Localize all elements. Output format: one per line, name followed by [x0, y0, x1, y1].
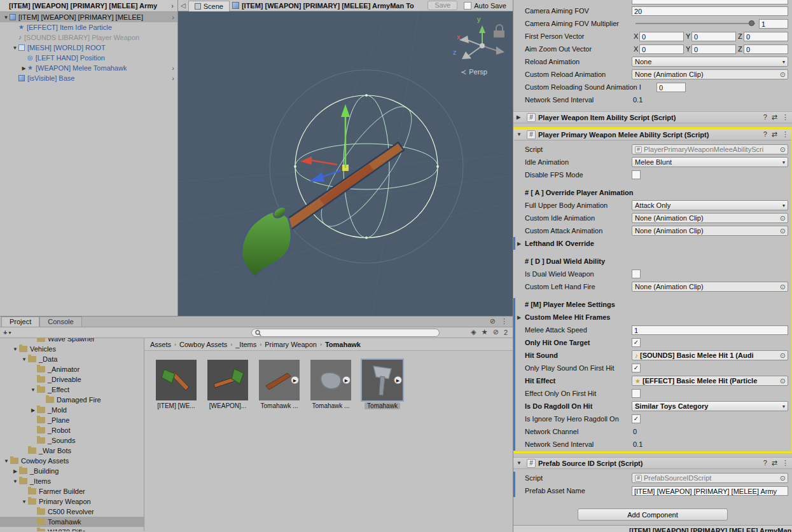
project-folder-item[interactable]: Tomahawk: [0, 517, 144, 527]
asset-thumbnail[interactable]: [207, 360, 248, 400]
favorites-icon[interactable]: ★: [482, 328, 488, 336]
object-picker-icon[interactable]: ⊙: [780, 283, 786, 291]
presets-icon[interactable]: ⇄: [772, 459, 777, 467]
project-folder-item[interactable]: ▼Vehicles: [0, 344, 144, 354]
hierarchy-item[interactable]: ◎[LEFT HAND] Position: [0, 53, 177, 63]
foldout-arrow[interactable]: ▼: [20, 499, 28, 505]
project-folder-item[interactable]: _Animator: [0, 364, 144, 374]
hierarchy-item[interactable]: ♪[SOUNDS LIBRARY] Player Weapon: [0, 32, 177, 43]
object-field[interactable]: None (Animation Clip)⊙: [632, 213, 788, 223]
foldout-arrow[interactable]: ▶: [20, 65, 27, 71]
vector-field[interactable]: 0: [691, 32, 736, 41]
auto-save-checkbox[interactable]: [464, 2, 471, 10]
asset-selector-bar[interactable]: [ITEM] [WEAPON] [PRIMARY] [MELEE] ArmyMa…: [513, 525, 792, 532]
foldout-arrow[interactable]: ▶: [11, 468, 19, 474]
dropdown[interactable]: Melee Blunt▾: [632, 157, 788, 167]
project-folder-item[interactable]: Damaged Fire: [0, 395, 144, 405]
project-folder-item[interactable]: _Driveable: [0, 374, 144, 385]
add-component-button[interactable]: Add Component: [578, 508, 728, 521]
asset-item[interactable]: ▶Tomahawk: [359, 360, 405, 409]
tab-console[interactable]: Console: [39, 317, 81, 327]
preview-play-icon[interactable]: ▶: [394, 376, 402, 385]
hierarchy-item[interactable]: ▼[ITEM] [WEAPON] [PRIMARY] [MELEE]›: [0, 12, 177, 22]
component-header[interactable]: ▼Prefab Source ID Script (Script)?⇄⋮: [513, 457, 792, 469]
hierarchy-item[interactable]: ▼[MESH] [WORLD] ROOT: [0, 43, 177, 53]
object-field[interactable]: None (Animation Clip)⊙: [632, 69, 788, 79]
foldout-arrow[interactable]: ▼: [11, 346, 19, 352]
checkbox[interactable]: ✓: [632, 414, 641, 423]
panel-menu-icon[interactable]: ⋮: [501, 317, 508, 325]
component-foldout-arrow[interactable]: ▶: [517, 114, 524, 120]
breadcrumb-item[interactable]: _Items: [235, 341, 256, 348]
project-folder-item[interactable]: ▼_Items: [0, 476, 144, 486]
auto-save-toggle[interactable]: Auto Save: [464, 2, 506, 10]
asset-item[interactable]: [ITEM] [WE...: [153, 360, 199, 409]
project-folder-item[interactable]: _Robot: [0, 425, 144, 435]
axis-x-label[interactable]: x: [457, 33, 461, 41]
asset-thumbnail[interactable]: [156, 360, 197, 400]
foldout-arrow[interactable]: ▼: [11, 45, 18, 51]
breadcrumb-item[interactable]: Cowboy Assets: [179, 341, 227, 348]
asset-thumbnail[interactable]: ▶: [310, 360, 351, 400]
hierarchy-item[interactable]: [isVisible] Base›: [0, 73, 177, 83]
lock-icon[interactable]: ⊘: [490, 317, 496, 325]
object-field[interactable]: #PrefabSourceIDScript⊙: [632, 473, 788, 483]
foldout-arrow[interactable]: ▼: [3, 15, 10, 20]
project-folder-item[interactable]: _Plane: [0, 415, 144, 425]
checkbox[interactable]: ✓: [632, 338, 641, 347]
prefab-header-bar[interactable]: [ITEM] [WEAPON] [PRIMARY] [MELEE] Army ›: [0, 0, 177, 12]
chevron-right-icon[interactable]: ›: [171, 2, 177, 10]
object-field[interactable]: None (Animation Clip)⊙: [632, 226, 788, 236]
vector-field[interactable]: 0: [744, 44, 788, 54]
object-field[interactable]: None (Animation Clip)⊙: [632, 282, 788, 292]
project-folder-item[interactable]: ▼_Effect: [0, 385, 144, 395]
hierarchy-item[interactable]: ▶★[WEAPON] Melee Tomahawk›: [0, 63, 177, 73]
context-menu-icon[interactable]: ⋮: [782, 113, 789, 121]
slider-value-field[interactable]: 1: [759, 19, 788, 29]
prefab-open-chevron[interactable]: ›: [172, 13, 177, 21]
search-box[interactable]: [251, 329, 440, 337]
vector-field[interactable]: 0: [691, 44, 736, 54]
back-arrow-icon[interactable]: ◁: [181, 2, 186, 9]
checkbox[interactable]: [632, 389, 641, 398]
help-icon[interactable]: ?: [763, 459, 767, 467]
dropdown[interactable]: Attack Only▾: [632, 200, 788, 210]
foldout-arrow[interactable]: ▼: [20, 357, 28, 362]
asset-item[interactable]: ▶Tomahawk ...: [308, 360, 354, 409]
text-field[interactable]: 20: [632, 6, 788, 16]
context-menu-icon[interactable]: ⋮: [782, 130, 789, 139]
prefab-breadcrumb[interactable]: [ITEM] [WEAPON] [PRIMARY] [MELEE] ArmyMa…: [232, 2, 425, 10]
asset-thumbnail[interactable]: ▶: [259, 360, 300, 400]
context-menu-icon[interactable]: ⋮: [782, 459, 789, 467]
breadcrumb-item[interactable]: Assets: [150, 341, 171, 348]
foldout-arrow[interactable]: ▼: [29, 387, 37, 393]
text-field[interactable]: 1: [632, 325, 788, 335]
dropdown[interactable]: Similar Toys Category▾: [632, 401, 788, 411]
create-menu-button[interactable]: +▾: [0, 329, 11, 336]
object-field[interactable]: ♪[SOUNDS] Basic Melee Hit 1 (Audi⊙: [632, 350, 788, 360]
tab-scene[interactable]: Scene: [188, 1, 230, 11]
foldout-arrow[interactable]: ▼: [11, 479, 19, 484]
project-folder-item[interactable]: ▶_Building: [0, 466, 144, 476]
text-field[interactable]: [ITEM] [WEAPON] [PRIMARY] [MELEE] Army: [632, 486, 788, 496]
checkbox[interactable]: [632, 269, 641, 278]
search-input[interactable]: [263, 329, 436, 336]
project-folder-item[interactable]: Farmer Builder: [0, 486, 144, 496]
save-button[interactable]: Save: [427, 1, 457, 10]
prefab-open-chevron[interactable]: ›: [172, 74, 177, 82]
scene-viewport[interactable]: x y z ≺ Persp: [178, 11, 513, 316]
checkbox[interactable]: ✓: [632, 364, 641, 372]
object-picker-icon[interactable]: ⊙: [780, 227, 786, 235]
scene-render[interactable]: [178, 11, 513, 316]
project-folder-item[interactable]: ▼_Data: [0, 354, 144, 364]
presets-icon[interactable]: ⇄: [772, 113, 777, 121]
breadcrumb-item[interactable]: Primary Weapon: [265, 341, 317, 348]
component-foldout-arrow[interactable]: ▼: [517, 132, 524, 137]
project-folder-item[interactable]: ▶_Mold: [0, 405, 144, 415]
breadcrumb-item[interactable]: Tomahawk: [325, 341, 361, 348]
project-folder-item[interactable]: W1870 Rifle: [0, 527, 144, 531]
foldout-arrow[interactable]: ▶: [517, 315, 525, 320]
foldout-arrow[interactable]: ▶: [517, 241, 525, 247]
object-picker-icon[interactable]: ⊙: [780, 146, 786, 154]
vector-field[interactable]: 0: [744, 32, 788, 41]
